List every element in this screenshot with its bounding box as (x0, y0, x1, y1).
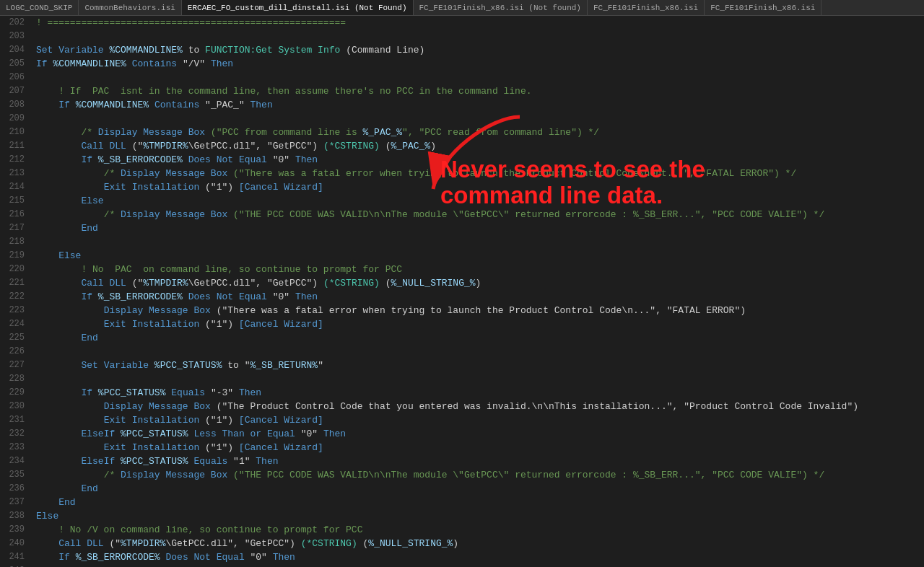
code-line: 228 (0, 372, 924, 386)
line-number: 225 (0, 331, 30, 345)
line-content: /* Display Message Box ("There was a fat… (30, 167, 796, 180)
code-line: 203 (0, 30, 924, 43)
tab-item[interactable]: FC_FE101Finish_x86.isi (588, 0, 705, 16)
line-content: If %PCC_STATUS% Equals "-3" Then (30, 386, 261, 400)
line-content (30, 71, 42, 84)
code-line: 233 Exit Installation ("1") [Cancel Wiza… (0, 441, 924, 454)
line-content: Set Variable %COMMANDLINE% to FUNCTION:G… (30, 43, 424, 57)
code-line: 212 If %_SB_ERRORCODE% Does Not Equal "0… (0, 153, 924, 167)
code-area: 202! ===================================… (0, 16, 924, 567)
line-content: Else (30, 249, 81, 263)
line-content: Exit Installation ("1") [Cancel Wizard] (30, 317, 323, 331)
code-line: 235 /* Display Message Box ("THE PCC COD… (0, 468, 924, 482)
line-content: Else (30, 509, 58, 523)
tab-item[interactable]: FC_FE101Finish_x86.isi (705, 0, 821, 16)
code-line: 213 /* Display Message Box ("There was a… (0, 167, 924, 180)
line-content: If %COMMANDLINE% Contains "_PAC_" Then (30, 98, 273, 112)
line-number: 207 (0, 84, 30, 98)
line-number: 218 (0, 235, 30, 249)
line-content: ! No PAC on command line, so continue to… (30, 263, 402, 276)
line-number: 233 (0, 441, 30, 454)
line-number: 227 (0, 359, 30, 372)
line-number: 202 (0, 16, 30, 30)
code-line: 224 Exit Installation ("1") [Cancel Wiza… (0, 317, 924, 331)
line-content: Exit Installation ("1") [Cancel Wizard] (30, 441, 323, 454)
line-number: 211 (0, 139, 30, 153)
line-number: 219 (0, 249, 30, 263)
line-content (30, 345, 42, 359)
line-number: 212 (0, 153, 30, 167)
code-line: 229 If %PCC_STATUS% Equals "-3" Then (0, 386, 924, 400)
line-content: ElseIf %PCC_STATUS% Less Than or Equal "… (30, 427, 346, 441)
code-line: 214 Exit Installation ("1") [Cancel Wiza… (0, 180, 924, 194)
line-number: 242 (0, 564, 30, 567)
line-number: 220 (0, 263, 30, 276)
line-number: 204 (0, 43, 30, 57)
line-number: 234 (0, 454, 30, 468)
line-content: ! If PAC isnt in the command line, then … (30, 84, 532, 98)
line-number: 237 (0, 496, 30, 509)
line-content: If %_SB_ERRORCODE% Does Not Equal "0" Th… (30, 550, 295, 564)
line-content: If %COMMANDLINE% Contains "/V" Then (30, 57, 233, 71)
line-content: Display Message Box ("There was a fatal … (30, 304, 746, 317)
code-lines: 202! ===================================… (0, 16, 924, 567)
line-content: Else (30, 194, 104, 208)
line-content: Display Message Box ("The Product Contro… (30, 400, 858, 413)
code-line: 241 If %_SB_ERRORCODE% Does Not Equal "0… (0, 550, 924, 564)
line-content: Exit Installation ("1") [Cancel Wizard] (30, 180, 323, 194)
line-content (30, 372, 42, 386)
tab-item[interactable]: LOGC_COND_SKIP (0, 0, 79, 16)
code-line: 207 ! If PAC isnt in the command line, t… (0, 84, 924, 98)
line-content: If %_SB_ERRORCODE% Does Not Equal "0" Th… (30, 153, 318, 167)
tab-item[interactable]: CommonBehaviors.isi (79, 0, 181, 16)
code-line: 238Else (0, 509, 924, 523)
code-line: 210 /* Display Message Box ("PCC from co… (0, 126, 924, 139)
line-number: 203 (0, 30, 30, 43)
line-number: 210 (0, 126, 30, 139)
line-content: If %_SB_ERRORCODE% Does Not Equal "0" Th… (30, 290, 318, 304)
code-line: 234 ElseIf %PCC_STATUS% Equals "1" Then (0, 454, 924, 468)
line-content: Display Message Box ("There was a fatal … (30, 564, 740, 567)
tab-item[interactable]: ERCAEC_FO_custom_dill_dinstall.isi (Not … (182, 0, 414, 16)
tab-bar[interactable]: LOGC_COND_SKIPCommonBehaviors.isiERCAEC_… (0, 0, 924, 16)
code-line: 240 Call DLL ("%TMPDIR%\GetPCC.dll", "Ge… (0, 537, 924, 550)
line-content: Set Variable %PCC_STATUS% to "%_SB_RETUR… (30, 359, 323, 372)
code-line: 236 End (0, 482, 924, 496)
code-line: 222 If %_SB_ERRORCODE% Does Not Equal "0… (0, 290, 924, 304)
code-line: 239 ! No /V on command line, so continue… (0, 523, 924, 537)
line-number: 224 (0, 317, 30, 331)
line-number: 213 (0, 167, 30, 180)
code-line: 221 Call DLL ("%TMPDIR%\GetPCC.dll", "Ge… (0, 276, 924, 290)
code-line: 218 (0, 235, 924, 249)
tab-item[interactable]: FC_FE101Finish_x86.isi (Not found) (414, 0, 588, 16)
code-line: 242 Display Message Box ("There was a fa… (0, 564, 924, 567)
line-content (30, 112, 42, 126)
line-number: 239 (0, 523, 30, 537)
line-number: 229 (0, 386, 30, 400)
code-line: 223 Display Message Box ("There was a fa… (0, 304, 924, 317)
line-number: 216 (0, 208, 30, 221)
line-content: ! No /V on command line, so continue to … (30, 523, 362, 537)
line-content (30, 30, 42, 43)
code-line: 202! ===================================… (0, 16, 924, 30)
line-content: End (30, 496, 76, 509)
line-number: 235 (0, 468, 30, 482)
line-content: ElseIf %PCC_STATUS% Equals "1" Then (30, 454, 279, 468)
line-number: 221 (0, 276, 30, 290)
line-number: 226 (0, 345, 30, 359)
line-number: 206 (0, 71, 30, 84)
code-line: 211 Call DLL ("%TMPDIR%\GetPCC.dll", "Ge… (0, 139, 924, 153)
line-number: 231 (0, 413, 30, 427)
line-number: 230 (0, 400, 30, 413)
code-line: 232 ElseIf %PCC_STATUS% Less Than or Equ… (0, 427, 924, 441)
line-content: End (30, 331, 98, 345)
code-line: 237 End (0, 496, 924, 509)
code-line: 225 End (0, 331, 924, 345)
code-line: 231 Exit Installation ("1") [Cancel Wiza… (0, 413, 924, 427)
line-number: 209 (0, 112, 30, 126)
line-number: 228 (0, 372, 30, 386)
code-line: 226 (0, 345, 924, 359)
line-number: 241 (0, 550, 30, 564)
line-content: /* Display Message Box ("THE PCC CODE WA… (30, 208, 824, 221)
code-line: 216 /* Display Message Box ("THE PCC COD… (0, 208, 924, 221)
